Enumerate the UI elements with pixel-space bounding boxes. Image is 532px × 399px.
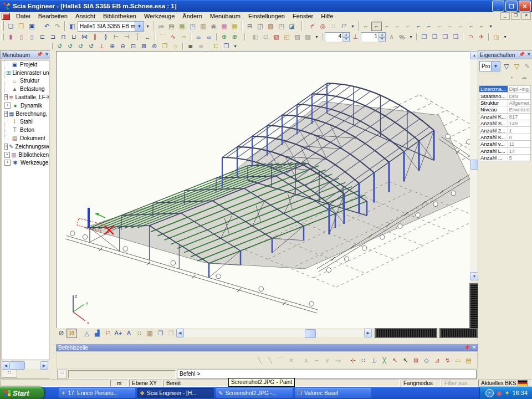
- select-restore-icon[interactable]: ⊡: [260, 32, 271, 42]
- diagram-icon[interactable]: ▟: [92, 329, 103, 338]
- load-spinner[interactable]: 1▲▼: [361, 32, 386, 42]
- property-label[interactable]: Anzahl K...: [479, 113, 508, 120]
- hscroll-thumb[interactable]: [305, 329, 316, 338]
- command-list-icon[interactable]: ▤: [463, 356, 474, 365]
- more-dropdown-icon[interactable]: ▾: [349, 22, 356, 31]
- print-preview-icon[interactable]: ◫: [255, 22, 265, 31]
- property-label[interactable]: Anzahl 2...: [479, 127, 508, 134]
- mdi-child-icon[interactable]: [2, 13, 10, 20]
- property-row[interactable]: NiveauErweitert: [479, 106, 531, 113]
- close-button[interactable]: ✕: [519, 1, 531, 12]
- snap-endpoint-icon[interactable]: ↖: [390, 356, 400, 365]
- property-row[interactable]: Anzahl K...817: [479, 113, 531, 120]
- chevron-down-icon[interactable]: ▼: [491, 62, 500, 71]
- property-value[interactable]: Erweitert: [508, 106, 531, 113]
- sidebar-item-berechnung-fe[interactable]: +▦Berechnung, FE: [2, 110, 49, 118]
- sidebar-item-lastfälle-lf-ko[interactable]: +≣Lastfälle, LF-Ko: [2, 93, 49, 101]
- mdi-restore-button[interactable]: ❐: [511, 12, 520, 20]
- mdi-minimize-button[interactable]: _: [500, 12, 510, 20]
- property-row[interactable]: Anzahl 2...1: [479, 127, 531, 134]
- pin-icon[interactable]: 📌: [518, 52, 525, 58]
- snap-grid-icon[interactable]: ∷: [358, 356, 369, 365]
- ratio-dropdown-icon[interactable]: ▾: [407, 32, 415, 42]
- expand-icon[interactable]: +: [4, 103, 11, 109]
- spinner-down-icon[interactable]: ▼: [378, 37, 386, 42]
- corner-dropdown-icon[interactable]: ▾: [487, 22, 494, 31]
- scroll-thumb[interactable]: [9, 361, 25, 370]
- open-folder-icon[interactable]: ❒: [16, 22, 27, 31]
- mesh-icon[interactable]: ∷: [134, 329, 145, 338]
- view-dropdown-icon[interactable]: ▾: [232, 42, 239, 51]
- menu-ändern[interactable]: Ändern: [178, 12, 206, 20]
- vertex-up-icon[interactable]: ∧: [301, 356, 311, 365]
- menu-datei[interactable]: Datei: [12, 12, 34, 20]
- new-document-icon[interactable]: ❏: [6, 22, 16, 31]
- sidebar-item-beton[interactable]: TBeton: [2, 126, 49, 134]
- chevron-down-icon[interactable]: ▼: [135, 22, 144, 31]
- snap-tangent-icon[interactable]: ⊿: [432, 356, 442, 365]
- pie-chart-icon[interactable]: ◔: [506, 73, 516, 82]
- open-project-icon[interactable]: ◳: [491, 32, 502, 42]
- property-value[interactable]: 817: [508, 113, 531, 120]
- sidebar-item-bibliotheken[interactable]: +▥Bibliotheken: [2, 151, 49, 159]
- units-mm-cm-icon[interactable]: ㎝: [156, 22, 166, 31]
- zoom-selection-icon[interactable]: ⊚: [149, 42, 160, 51]
- flag-icon[interactable]: ⚐: [103, 329, 113, 338]
- new-window-disabled-icon[interactable]: ❐: [166, 329, 176, 338]
- beam-rotate-icon[interactable]: ⊐: [48, 32, 58, 42]
- sidebar-item-stahl[interactable]: IStahl: [2, 118, 49, 126]
- menu-hilfe[interactable]: Hilfe: [317, 12, 337, 20]
- layer-corner-5-icon[interactable]: ⌐: [403, 22, 413, 31]
- scroll-right-icon[interactable]: ▶: [40, 361, 48, 370]
- model-3d-view[interactable]: zxy: [57, 52, 470, 329]
- viewport-hscrollbar[interactable]: [184, 329, 365, 337]
- add-node-2-icon[interactable]: ⊕: [229, 32, 240, 42]
- zoom-all-icon[interactable]: ⊠: [139, 42, 149, 51]
- property-label[interactable]: Struktur: [479, 99, 508, 106]
- clip-plane-icon[interactable]: Ø: [56, 329, 66, 338]
- beam-join-icon[interactable]: ⋈: [79, 32, 90, 42]
- workplane-icon[interactable]: ◰: [282, 32, 292, 42]
- clipping-box-icon[interactable]: ◳: [187, 22, 198, 31]
- command-input[interactable]: Befehl >: [177, 370, 477, 379]
- snapshot-disabled-icon[interactable]: ◙: [196, 42, 206, 51]
- property-value[interactable]: 14: [508, 147, 531, 154]
- layer-corner-3-icon[interactable]: ⌐: [382, 22, 392, 31]
- sidebar-item-belastung[interactable]: ▲Belastung: [2, 85, 49, 93]
- ratio-icon[interactable]: %: [397, 32, 407, 42]
- status-ucs[interactable]: Aktuelles BKS: [478, 380, 531, 387]
- colorbox-icon[interactable]: C: [211, 42, 221, 51]
- zoom-in-icon[interactable]: ⊕: [107, 42, 117, 51]
- minimize-button[interactable]: _: [492, 1, 504, 12]
- align-icon[interactable]: ┆: [132, 32, 142, 42]
- zoom-find-icon[interactable]: ◎: [318, 22, 328, 31]
- sidebar-item-linienraster-und[interactable]: ⊞Linienraster und: [2, 69, 49, 77]
- property-value[interactable]: Allgemei...: [508, 99, 531, 106]
- property-value[interactable]: 149: [508, 120, 531, 126]
- sidebar-item-zeichnungswer[interactable]: +✎Zeichnungswer: [2, 142, 49, 151]
- link-oo-1-icon[interactable]: ∞: [193, 32, 204, 42]
- menu-menübaum[interactable]: Menübaum: [206, 12, 244, 20]
- tray-volume-icon[interactable]: ◉: [497, 390, 502, 397]
- property-value[interactable]: 11: [508, 141, 531, 147]
- scroll-left-icon[interactable]: ◀: [2, 361, 10, 370]
- taskbar-button-email[interactable]: ✦17. Enrico Pieranu...: [59, 388, 135, 398]
- property-label[interactable]: Anzahl S...: [479, 120, 508, 126]
- export-icon[interactable]: ↱: [307, 22, 318, 31]
- doc-book-icon[interactable]: ▥: [145, 329, 155, 338]
- property-row[interactable]: Anzahl L...14: [479, 147, 531, 154]
- snap-axis-icon[interactable]: ⊥: [369, 356, 379, 365]
- layer-corner-9-icon[interactable]: ⌐: [445, 22, 456, 31]
- property-value[interactable]: 1: [508, 127, 531, 134]
- property-row[interactable]: Anzahl v...11: [479, 141, 531, 147]
- status-plane[interactable]: Ebene XY: [129, 380, 162, 387]
- menu-ansicht[interactable]: Ansicht: [71, 12, 99, 20]
- snap-node-icon[interactable]: ⊠: [411, 356, 421, 365]
- snap-midpoint-icon[interactable]: ↖: [400, 356, 411, 365]
- menu-bibliotheken[interactable]: Bibliotheken: [99, 12, 140, 20]
- document-find-icon[interactable]: ◪: [287, 22, 297, 31]
- property-label[interactable]: Anzahl L...: [479, 147, 508, 154]
- zoom-window-icon[interactable]: ⊡: [128, 42, 139, 51]
- sidebar-item-werkzeuge[interactable]: +✱Werkzeuge: [2, 159, 49, 167]
- draw-polyline-icon[interactable]: ╲: [265, 356, 275, 365]
